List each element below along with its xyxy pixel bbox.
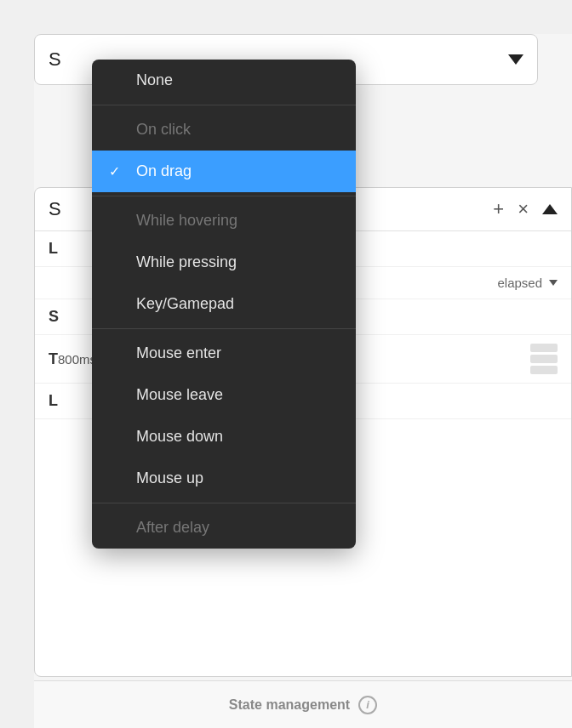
header-actions: + × [493, 200, 558, 219]
dropdown-item-none[interactable]: None [92, 60, 356, 101]
top-select-label: S [49, 48, 61, 71]
state-management-bar: State management i [34, 680, 572, 728]
check-icon: ✓ [109, 163, 120, 179]
panel-chevron-up-icon [542, 204, 558, 214]
info-icon[interactable]: i [358, 696, 377, 714]
state-management-label: State management [229, 697, 350, 713]
dropdown-item-mouse-down-label: Mouse down [136, 428, 223, 446]
dropdown-item-mouse-leave[interactable]: Mouse leave [92, 374, 356, 416]
dropdown-item-while-pressing[interactable]: While pressing [92, 242, 356, 283]
close-button[interactable]: × [518, 200, 529, 219]
dropdown-item-after-delay-label: After delay [136, 519, 209, 537]
dropdown-item-after-delay[interactable]: After delay [92, 507, 356, 549]
elapsed-label: elapsed [497, 276, 542, 290]
icon-bars [530, 344, 558, 374]
dropdown-item-on-click[interactable]: On click [92, 109, 356, 151]
dropdown-item-mouse-enter[interactable]: Mouse enter [92, 333, 356, 374]
dropdown-item-while-pressing-label: While pressing [136, 253, 237, 271]
row-l2-label: L [49, 392, 58, 410]
dropdown-item-key-gamepad[interactable]: Key/Gamepad [92, 283, 356, 325]
dropdown-item-on-click-label: On click [136, 121, 191, 139]
dropdown-item-while-hovering-label: While hovering [136, 212, 237, 230]
dropdown-item-while-hovering[interactable]: While hovering [92, 200, 356, 242]
dropdown-menu: None On click ✓ On drag While hovering W… [92, 60, 356, 549]
timing-value: 800ms [58, 352, 96, 367]
dropdown-item-mouse-leave-label: Mouse leave [136, 386, 223, 404]
divider-1 [92, 105, 356, 105]
dropdown-item-mouse-enter-label: Mouse enter [136, 344, 221, 362]
divider-4 [92, 503, 356, 503]
bar-icon-1 [530, 344, 558, 352]
dropdown-item-key-gamepad-label: Key/Gamepad [136, 295, 234, 313]
dropdown-item-mouse-up-label: Mouse up [136, 469, 203, 487]
divider-2 [92, 196, 356, 196]
row-l-label: L [49, 240, 58, 258]
elapsed-chevron-icon [549, 280, 558, 286]
top-chevron-down-icon [508, 54, 523, 65]
add-button[interactable]: + [493, 200, 504, 219]
dropdown-item-on-drag[interactable]: ✓ On drag [92, 151, 356, 192]
timing-label: T [49, 350, 58, 368]
dropdown-item-mouse-up[interactable]: Mouse up [92, 458, 356, 499]
row-s-label: S [49, 308, 59, 326]
divider-3 [92, 328, 356, 329]
dropdown-item-mouse-down[interactable]: Mouse down [92, 416, 356, 458]
bar-icon-2 [530, 355, 558, 363]
dropdown-item-on-drag-label: On drag [136, 162, 192, 180]
dropdown-item-none-label: None [136, 71, 173, 89]
second-panel-label: S [49, 198, 61, 220]
bar-icon-3 [530, 366, 558, 374]
